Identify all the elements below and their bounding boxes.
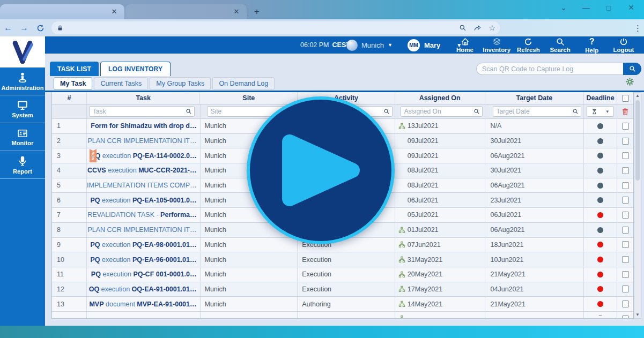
deadline-filter-dropdown[interactable]: ▼ (587, 106, 614, 117)
assigned-on-filter-input[interactable]: Assigned On (401, 106, 483, 117)
task-link[interactable]: PQ execution PQ-EA-105-0001.0… (87, 193, 201, 207)
deadline-dot (597, 257, 603, 262)
sidebar-item-report[interactable]: Report (0, 151, 45, 179)
deadline-dot (597, 301, 603, 307)
row-checkbox[interactable] (622, 152, 629, 159)
share-icon[interactable] (473, 24, 482, 32)
row-checkbox[interactable] (622, 138, 629, 145)
task-link[interactable]: PQ execution PQ-CF 001-0001.0… (87, 267, 201, 282)
task-link[interactable]: CCVS execution MUC-CCR-2021-… (87, 163, 201, 178)
qr-search-button[interactable] (623, 63, 641, 75)
qr-scan-input[interactable] (476, 63, 627, 75)
topnav-home-button[interactable]: Home (450, 36, 480, 54)
task-link[interactable]: PLAN CCR IMPLEMENTATION IT… (87, 134, 201, 148)
topnav-refresh-button[interactable]: Refresh (513, 36, 543, 54)
row-checkbox[interactable] (622, 241, 629, 248)
new-tab-button[interactable]: + (251, 6, 263, 18)
row-checkbox[interactable] (622, 271, 629, 278)
scrollbar-thumb[interactable] (635, 100, 640, 181)
col-header-num[interactable]: # (52, 92, 87, 104)
settings-gear-icon[interactable] (625, 77, 634, 86)
browser-tab-active[interactable]: ✕ (0, 4, 124, 19)
reload-icon[interactable] (32, 24, 48, 32)
row-checkbox[interactable] (622, 167, 629, 174)
row-number: 4 (52, 163, 87, 178)
topnav-label: Home (456, 47, 473, 53)
forward-icon[interactable]: → (16, 23, 32, 33)
target-date-cell: 30Jul2021 (485, 134, 584, 148)
address-bar[interactable]: ☆ (51, 21, 500, 34)
row-checkbox[interactable] (622, 227, 629, 234)
topnav-help-button[interactable]: ?Help (577, 36, 607, 54)
scroll-up-icon[interactable]: ▲ (635, 94, 640, 98)
site-selector[interactable]: Munich ▼ (346, 36, 393, 54)
target-date-cell: 06Aug2021 (485, 148, 584, 163)
task-link[interactable]: Form for Shimadzu with drop d… (87, 119, 201, 133)
browser-toolbar: ← → ☆ (0, 19, 644, 36)
col-header-assigned-on[interactable]: Assigned On (395, 92, 485, 104)
app-logo[interactable] (0, 36, 45, 67)
sidebar-item-system[interactable]: System (0, 95, 45, 123)
tab-close-icon[interactable]: ✕ (232, 7, 241, 17)
task-link[interactable]: NEWPQ execution PQ-EA-114-0002.0… (87, 148, 201, 163)
task-link[interactable]: PLAN CCR IMPLEMENTATION IT… (87, 223, 201, 237)
scroll-down-icon[interactable]: ▼ (635, 313, 640, 317)
task-link[interactable]: PQ execution PQ-EA-98-0001.01… (87, 238, 201, 252)
task-link[interactable]: PQ execution PQ-EA-96-0001.01… (87, 252, 201, 267)
assigned-on-cell: 08Jul2021 (395, 163, 485, 178)
topnav-inventory-button[interactable]: Inventory (482, 36, 512, 54)
row-checkbox[interactable] (622, 123, 629, 130)
row-checkbox[interactable] (622, 316, 629, 318)
tab-search-chevron-icon[interactable]: ⌄ (558, 3, 569, 12)
tab-task-list[interactable]: TASK LIST (50, 62, 99, 76)
col-header-target-date[interactable]: Target Date (485, 92, 584, 104)
subtab-current-tasks[interactable]: Current Tasks (94, 77, 148, 90)
org-tree-icon (398, 271, 405, 278)
org-tree-icon (398, 256, 405, 263)
bookmark-star-icon[interactable]: ☆ (488, 24, 495, 32)
sidebar-item-monitor[interactable]: Monitor (0, 123, 45, 151)
row-checkbox[interactable] (622, 286, 629, 292)
task-link[interactable]: MVP document MVP-EA-91-0001… (87, 297, 201, 311)
task-link[interactable]: REVALIDATION TASK - Performa… (87, 208, 201, 222)
col-header-task[interactable]: Task (87, 92, 201, 104)
row-checkbox[interactable] (622, 212, 629, 219)
browser-menu-kebab-icon[interactable]: ⋮ (634, 24, 642, 33)
task-link[interactable]: IMPLEMENTATION ITEMS COMP… (87, 178, 201, 193)
task-filter-input[interactable]: Task (89, 106, 195, 117)
task-link[interactable]: OQ execution OQ-EA-91-0001.01… (87, 282, 201, 297)
row-checkbox[interactable] (622, 197, 629, 204)
video-play-button[interactable] (246, 95, 396, 245)
tab-log-inventory[interactable]: LOG INVENTORY (100, 62, 171, 76)
col-header-deadline[interactable]: Deadline (584, 92, 617, 104)
clear-filters-trash-icon[interactable] (621, 108, 629, 116)
target-date-filter-input[interactable]: Target Date (493, 106, 582, 117)
table-row[interactable]: 11PQ execution PQ-CF 001-0001.0…MunichEx… (52, 267, 633, 282)
table-row[interactable]: 10PQ execution PQ-EA-96-0001.01…MunichEx… (52, 252, 633, 267)
window-close-icon[interactable]: ✕ (626, 3, 636, 12)
sidebar-item-label: System (12, 112, 33, 118)
subtab-my-task[interactable]: My Task (54, 77, 92, 90)
back-icon[interactable]: ← (0, 23, 16, 33)
subtab-my-group-tasks[interactable]: My Group Tasks (150, 77, 211, 90)
deadline-dot (597, 183, 603, 189)
table-scrollbar[interactable]: ▲ ▼ (634, 92, 641, 319)
sidebar-item-label: Administration (1, 85, 43, 91)
select-all-checkbox[interactable] (622, 95, 629, 102)
topnav-logout-button[interactable]: Logout (609, 36, 639, 54)
table-row[interactable]: 13MVP document MVP-EA-91-0001…MunichAuth… (52, 297, 633, 312)
new-badge: NEW (90, 149, 97, 162)
topnav-search-button[interactable]: Search (545, 36, 575, 54)
sidebar-item-administration[interactable]: Administration (0, 67, 45, 95)
row-checkbox[interactable] (622, 182, 629, 189)
window-maximize-icon[interactable]: ▢ (603, 4, 614, 11)
subtab-on-demand-log[interactable]: On Demand Log (212, 77, 275, 90)
browser-tab-inactive[interactable]: ✕ (125, 4, 247, 19)
avatar: MM (408, 39, 420, 51)
row-checkbox[interactable] (622, 301, 629, 307)
window-minimize-icon[interactable]: — (581, 3, 591, 12)
zoom-icon[interactable] (459, 24, 467, 32)
row-checkbox[interactable] (622, 256, 629, 263)
tab-close-icon[interactable]: ✕ (109, 7, 119, 17)
table-row[interactable]: 12OQ execution OQ-EA-91-0001.01…MunichEx… (52, 282, 633, 297)
